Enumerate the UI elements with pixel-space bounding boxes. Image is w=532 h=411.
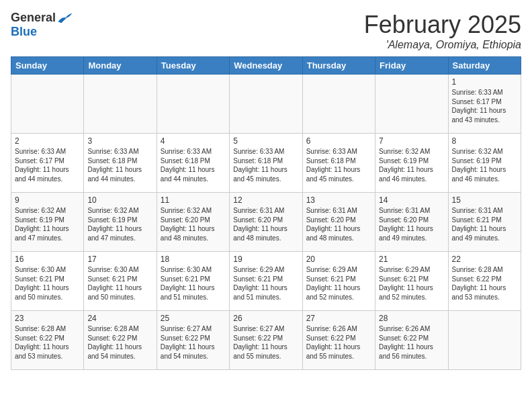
day-info: Sunrise: 6:28 AM Sunset: 6:22 PM Dayligh… (87, 324, 152, 361)
day-info: Sunrise: 6:28 AM Sunset: 6:22 PM Dayligh… (15, 324, 80, 361)
calendar-table: SundayMondayTuesdayWednesdayThursdayFrid… (11, 56, 521, 370)
calendar-cell: 14Sunrise: 6:31 AM Sunset: 6:20 PM Dayli… (375, 193, 448, 252)
day-info: Sunrise: 6:31 AM Sunset: 6:20 PM Dayligh… (306, 206, 371, 242)
day-info: Sunrise: 6:31 AM Sunset: 6:20 PM Dayligh… (379, 206, 444, 242)
day-info: Sunrise: 6:29 AM Sunset: 6:21 PM Dayligh… (306, 265, 371, 302)
day-number: 16 (15, 255, 80, 264)
weekday-header-sunday: Sunday (11, 57, 84, 75)
day-number: 1 (452, 77, 517, 87)
calendar-cell: 18Sunrise: 6:30 AM Sunset: 6:21 PM Dayli… (157, 252, 229, 311)
calendar-cell (230, 75, 302, 134)
calendar-cell: 12Sunrise: 6:31 AM Sunset: 6:20 PM Dayli… (230, 193, 302, 252)
day-info: Sunrise: 6:33 AM Sunset: 6:18 PM Dayligh… (233, 147, 298, 183)
day-info: Sunrise: 6:33 AM Sunset: 6:17 PM Dayligh… (15, 147, 80, 183)
day-info: Sunrise: 6:32 AM Sunset: 6:19 PM Dayligh… (379, 147, 444, 183)
day-info: Sunrise: 6:32 AM Sunset: 6:19 PM Dayligh… (87, 206, 152, 242)
calendar-week-4: 16Sunrise: 6:30 AM Sunset: 6:21 PM Dayli… (11, 252, 521, 311)
day-number: 10 (87, 195, 152, 205)
weekday-header-thursday: Thursday (302, 57, 375, 75)
location-title: 'Alemaya, Oromiya, Ethiopia (364, 39, 521, 51)
day-number: 14 (379, 195, 444, 205)
day-info: Sunrise: 6:27 AM Sunset: 6:22 PM Dayligh… (233, 324, 298, 361)
day-info: Sunrise: 6:32 AM Sunset: 6:19 PM Dayligh… (452, 147, 517, 183)
calendar-cell: 15Sunrise: 6:31 AM Sunset: 6:21 PM Dayli… (448, 193, 521, 252)
day-number: 5 (233, 136, 298, 146)
calendar-cell: 21Sunrise: 6:29 AM Sunset: 6:21 PM Dayli… (375, 252, 448, 311)
day-number: 2 (15, 136, 80, 146)
logo-bird-icon (57, 11, 73, 25)
logo-general-text: General (11, 11, 56, 25)
calendar-cell: 17Sunrise: 6:30 AM Sunset: 6:21 PM Dayli… (84, 252, 157, 311)
calendar-cell: 20Sunrise: 6:29 AM Sunset: 6:21 PM Dayli… (302, 252, 375, 311)
calendar-cell (157, 75, 229, 134)
day-number: 26 (233, 314, 298, 323)
calendar-cell: 6Sunrise: 6:33 AM Sunset: 6:18 PM Daylig… (302, 134, 375, 193)
day-number: 24 (87, 314, 152, 323)
weekday-header-saturday: Saturday (448, 57, 521, 75)
day-info: Sunrise: 6:33 AM Sunset: 6:18 PM Dayligh… (306, 147, 371, 183)
calendar-cell: 23Sunrise: 6:28 AM Sunset: 6:22 PM Dayli… (11, 311, 84, 370)
day-info: Sunrise: 6:30 AM Sunset: 6:21 PM Dayligh… (87, 265, 152, 302)
calendar-cell (448, 311, 521, 370)
day-info: Sunrise: 6:33 AM Sunset: 6:18 PM Dayligh… (87, 147, 152, 183)
calendar-cell: 25Sunrise: 6:27 AM Sunset: 6:22 PM Dayli… (157, 311, 229, 370)
day-number: 15 (452, 195, 517, 205)
day-number: 27 (306, 314, 371, 323)
calendar-week-1: 1Sunrise: 6:33 AM Sunset: 6:17 PM Daylig… (11, 75, 521, 134)
calendar-cell (302, 75, 375, 134)
day-info: Sunrise: 6:33 AM Sunset: 6:17 PM Dayligh… (452, 88, 517, 124)
day-number: 11 (161, 195, 226, 205)
weekday-header-friday: Friday (375, 57, 448, 75)
logo: General Blue (11, 11, 73, 39)
day-info: Sunrise: 6:29 AM Sunset: 6:21 PM Dayligh… (379, 265, 444, 302)
day-number: 12 (233, 195, 298, 205)
calendar-cell: 2Sunrise: 6:33 AM Sunset: 6:17 PM Daylig… (11, 134, 84, 193)
day-info: Sunrise: 6:27 AM Sunset: 6:22 PM Dayligh… (161, 324, 226, 361)
calendar-cell: 16Sunrise: 6:30 AM Sunset: 6:21 PM Dayli… (11, 252, 84, 311)
calendar-cell: 1Sunrise: 6:33 AM Sunset: 6:17 PM Daylig… (448, 75, 521, 134)
logo-blue-text: Blue (11, 25, 37, 39)
weekday-header-monday: Monday (84, 57, 157, 75)
day-number: 7 (379, 136, 444, 146)
day-info: Sunrise: 6:30 AM Sunset: 6:21 PM Dayligh… (161, 265, 226, 302)
weekday-header-wednesday: Wednesday (230, 57, 302, 75)
day-number: 8 (452, 136, 517, 146)
day-number: 28 (379, 314, 444, 323)
calendar-cell: 24Sunrise: 6:28 AM Sunset: 6:22 PM Dayli… (84, 311, 157, 370)
calendar-cell: 13Sunrise: 6:31 AM Sunset: 6:20 PM Dayli… (302, 193, 375, 252)
day-number: 9 (15, 195, 80, 205)
day-info: Sunrise: 6:26 AM Sunset: 6:22 PM Dayligh… (379, 324, 444, 361)
calendar-cell: 28Sunrise: 6:26 AM Sunset: 6:22 PM Dayli… (375, 311, 448, 370)
day-number: 13 (306, 195, 371, 205)
day-number: 18 (161, 255, 226, 264)
day-info: Sunrise: 6:31 AM Sunset: 6:21 PM Dayligh… (452, 206, 517, 242)
calendar-cell: 4Sunrise: 6:33 AM Sunset: 6:18 PM Daylig… (157, 134, 229, 193)
calendar-cell: 9Sunrise: 6:32 AM Sunset: 6:19 PM Daylig… (11, 193, 84, 252)
calendar-cell (84, 75, 157, 134)
day-info: Sunrise: 6:26 AM Sunset: 6:22 PM Dayligh… (306, 324, 371, 361)
calendar-cell: 19Sunrise: 6:29 AM Sunset: 6:21 PM Dayli… (230, 252, 302, 311)
month-title: February 2025 (364, 11, 521, 39)
calendar-cell (11, 75, 84, 134)
day-info: Sunrise: 6:33 AM Sunset: 6:18 PM Dayligh… (161, 147, 226, 183)
calendar-cell: 8Sunrise: 6:32 AM Sunset: 6:19 PM Daylig… (448, 134, 521, 193)
calendar-cell: 11Sunrise: 6:32 AM Sunset: 6:20 PM Dayli… (157, 193, 229, 252)
calendar-cell: 26Sunrise: 6:27 AM Sunset: 6:22 PM Dayli… (230, 311, 302, 370)
day-number: 23 (15, 314, 80, 323)
calendar-week-3: 9Sunrise: 6:32 AM Sunset: 6:19 PM Daylig… (11, 193, 521, 252)
calendar-cell: 10Sunrise: 6:32 AM Sunset: 6:19 PM Dayli… (84, 193, 157, 252)
day-info: Sunrise: 6:32 AM Sunset: 6:19 PM Dayligh… (15, 206, 80, 242)
day-number: 17 (87, 255, 152, 264)
day-number: 3 (87, 136, 152, 146)
calendar-week-2: 2Sunrise: 6:33 AM Sunset: 6:17 PM Daylig… (11, 134, 521, 193)
calendar-cell: 27Sunrise: 6:26 AM Sunset: 6:22 PM Dayli… (302, 311, 375, 370)
day-info: Sunrise: 6:31 AM Sunset: 6:20 PM Dayligh… (233, 206, 298, 242)
calendar-cell (375, 75, 448, 134)
day-number: 6 (306, 136, 371, 146)
calendar-cell: 7Sunrise: 6:32 AM Sunset: 6:19 PM Daylig… (375, 134, 448, 193)
day-number: 21 (379, 255, 444, 264)
day-number: 4 (161, 136, 226, 146)
calendar-cell: 5Sunrise: 6:33 AM Sunset: 6:18 PM Daylig… (230, 134, 302, 193)
calendar-week-5: 23Sunrise: 6:28 AM Sunset: 6:22 PM Dayli… (11, 311, 521, 370)
page-header: General Blue February 2025 'Alemaya, Oro… (11, 11, 521, 51)
